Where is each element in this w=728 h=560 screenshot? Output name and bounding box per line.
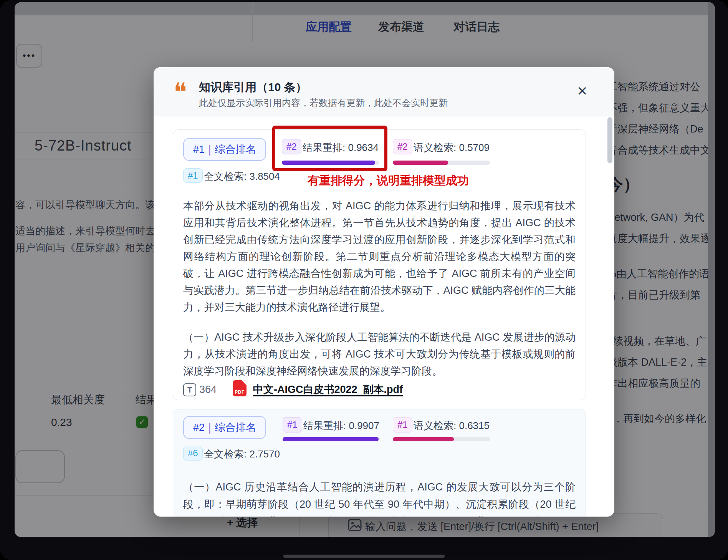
rerank-progress-bar <box>283 437 380 441</box>
token-icon-letter: T <box>187 386 192 394</box>
modal-header: ❝ 知识库引用（10 条） 此处仅显示实际引用内容，若数据有更新，此处不会实时更… <box>154 67 614 116</box>
pdf-icon-fold <box>242 380 247 385</box>
knowledge-citation-modal: ❝ 知识库引用（10 条） 此处仅显示实际引用内容，若数据有更新，此处不会实时更… <box>154 67 614 517</box>
pdf-icon-label: PDF <box>233 389 247 395</box>
overall-rank-pill: #2｜综合排名 <box>183 416 266 439</box>
semantic-progress-fill <box>393 161 448 165</box>
screenshot-stage: 应用配置 发布渠道 对话日志 ••• 5-72B-Instruct 内容，可以引… <box>0 0 728 560</box>
modal-title: 知识库引用（10 条） <box>199 80 307 95</box>
source-file-link[interactable]: 中文-AIGC白皮书2022_副本.pdf <box>253 383 403 396</box>
fulltext-rank-badge: #1 <box>183 168 203 183</box>
overall-rank-pill: #1｜综合排名 <box>183 138 266 161</box>
rerank-rank-badge: #1 <box>283 417 302 432</box>
citation-paragraph: （一）AIGC 历史沿革结合人工智能的演进历程，AIGC 的发展大致可以分为三个… <box>183 479 576 517</box>
semantic-progress-bar <box>393 161 490 165</box>
semantic-score-label: 语义检索: 0.5709 <box>414 141 490 154</box>
fulltext-score-label: 全文检索: 3.8504 <box>204 170 280 183</box>
citation-card-2: #2｜综合排名 #1 结果重排: 0.9907 #1 语义检索: 0.6315 … <box>173 409 586 517</box>
semantic-rank-badge: #1 <box>393 417 412 432</box>
fulltext-score-label: 全文检索: 2.7570 <box>204 447 280 461</box>
modal-subtitle: 此处仅显示实际引用内容，若数据有更新，此处不会实时更新 <box>199 97 448 109</box>
rerank-score-label: 结果重排: 0.9907 <box>303 419 379 432</box>
quote-icon: ❝ <box>174 80 187 104</box>
semantic-rank-badge: #2 <box>393 139 412 154</box>
token-count-icon: T <box>183 383 196 396</box>
rerank-annotation-text: 有重排得分，说明重排模型成功 <box>308 173 469 189</box>
close-icon[interactable]: ✕ <box>577 84 588 98</box>
citation-paragraph: 本部分从技术驱动的视角出发，对 AIGC 的能力体系进行归纳和推理，展示现有技术… <box>183 197 576 316</box>
semantic-score-label: 语义检索: 0.6315 <box>414 419 490 432</box>
home-indicator <box>283 555 445 558</box>
semantic-progress-bar <box>393 437 490 441</box>
rerank-progress-fill <box>283 437 379 441</box>
token-count: 364 <box>199 384 217 396</box>
citation-paragraph: （一）AIGC 技术升级步入深化阶段人工智能算法的不断迭代是 AIGC 发展进步… <box>183 329 576 379</box>
annotation-highlight-box <box>272 126 387 171</box>
semantic-progress-fill <box>393 437 454 441</box>
modal-scrollbar-thumb[interactable] <box>607 117 612 163</box>
pdf-icon: PDF <box>233 380 247 396</box>
fulltext-rank-badge: #6 <box>183 446 203 461</box>
